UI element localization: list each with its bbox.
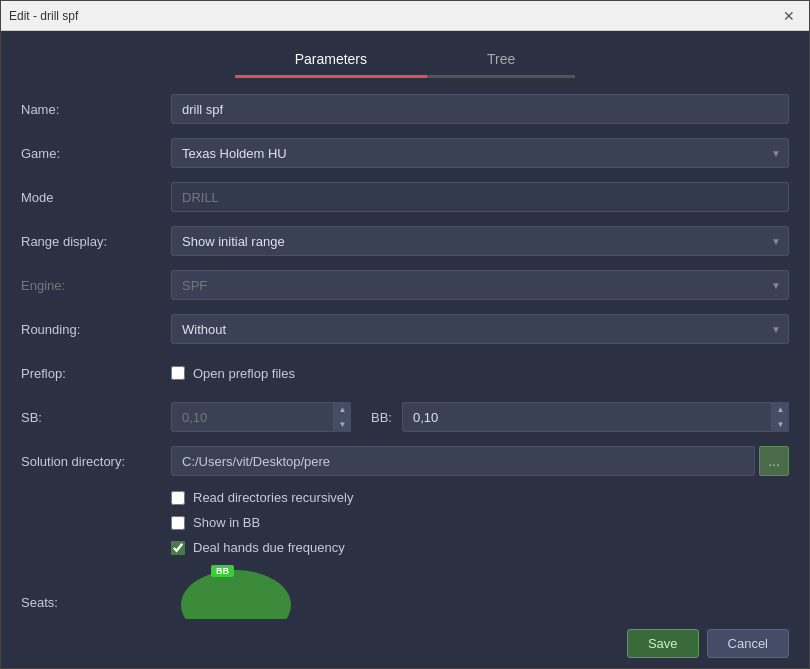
bb-input-wrapper: ▲ ▼ — [402, 402, 789, 432]
show-in-bb-row: Show in BB — [21, 515, 789, 530]
form-content: Name: Game: Texas Holdem HU Mode Range d… — [1, 78, 809, 619]
tabs-row: Parameters Tree — [1, 31, 809, 78]
game-label: Game: — [21, 146, 171, 161]
main-window: Edit - drill spf ✕ Parameters Tree Name:… — [0, 0, 810, 669]
read-dirs-label: Read directories recursively — [193, 490, 353, 505]
table-ellipse — [181, 570, 291, 619]
engine-select-wrapper: SPF — [171, 270, 789, 300]
table-visual: BB SB — [171, 565, 301, 619]
preflop-checkbox-group: Open preflop files — [171, 366, 295, 381]
window-title: Edit - drill spf — [9, 9, 777, 23]
mode-input — [171, 182, 789, 212]
bb-group: BB: ▲ ▼ — [371, 402, 789, 432]
bb-spin-down[interactable]: ▼ — [772, 417, 789, 432]
engine-label: Engine: — [21, 278, 171, 293]
name-row: Name: — [21, 94, 789, 124]
seats-label: Seats: — [21, 565, 171, 610]
range-display-select[interactable]: Show initial range — [171, 226, 789, 256]
engine-row: Engine: SPF — [21, 270, 789, 300]
solution-directory-row: Solution directory: ... — [21, 446, 789, 476]
engine-select[interactable]: SPF — [171, 270, 789, 300]
game-row: Game: Texas Holdem HU — [21, 138, 789, 168]
game-select[interactable]: Texas Holdem HU — [171, 138, 789, 168]
game-select-wrapper: Texas Holdem HU — [171, 138, 789, 168]
sb-input[interactable] — [171, 402, 351, 432]
solution-directory-label: Solution directory: — [21, 454, 171, 469]
bb-spin-up[interactable]: ▲ — [772, 402, 789, 417]
preflop-label: Preflop: — [21, 366, 171, 381]
title-bar: Edit - drill spf ✕ — [1, 1, 809, 31]
sb-spinners: ▲ ▼ — [333, 402, 351, 432]
rounding-row: Rounding: Without — [21, 314, 789, 344]
range-display-row: Range display: Show initial range — [21, 226, 789, 256]
show-in-bb-label: Show in BB — [193, 515, 260, 530]
deal-hands-checkbox[interactable] — [171, 541, 185, 555]
sb-label: SB: — [21, 410, 171, 425]
sb-spin-up[interactable]: ▲ — [334, 402, 351, 417]
name-input[interactable] — [171, 94, 789, 124]
name-label: Name: — [21, 102, 171, 117]
browse-button[interactable]: ... — [759, 446, 789, 476]
sb-spin-down[interactable]: ▼ — [334, 417, 351, 432]
seats-row: Seats: BB SB — [21, 565, 789, 619]
mode-row: Mode — [21, 182, 789, 212]
solution-directory-input[interactable] — [171, 446, 755, 476]
deal-hands-row: Deal hands due frequency — [21, 540, 789, 555]
rounding-label: Rounding: — [21, 322, 171, 337]
close-button[interactable]: ✕ — [777, 4, 801, 28]
show-in-bb-checkbox[interactable] — [171, 516, 185, 530]
bb-spinners: ▲ ▼ — [771, 402, 789, 432]
seat-bb-badge[interactable]: BB — [211, 565, 234, 577]
sb-bb-row: SB: ▲ ▼ BB: ▲ ▼ — [21, 402, 789, 432]
tab-parameters[interactable]: Parameters — [235, 43, 427, 78]
preflop-checkbox-label: Open preflop files — [193, 366, 295, 381]
save-button[interactable]: Save — [627, 629, 699, 658]
preflop-row: Preflop: Open preflop files — [21, 358, 789, 388]
preflop-checkbox[interactable] — [171, 366, 185, 380]
deal-hands-label: Deal hands due frequency — [193, 540, 345, 555]
read-dirs-checkbox[interactable] — [171, 491, 185, 505]
range-display-select-wrapper: Show initial range — [171, 226, 789, 256]
tab-tree[interactable]: Tree — [427, 43, 575, 78]
bb-label: BB: — [371, 410, 392, 425]
sb-input-wrapper: ▲ ▼ — [171, 402, 351, 432]
footer: Save Cancel — [1, 619, 809, 668]
cancel-button[interactable]: Cancel — [707, 629, 789, 658]
read-dirs-row: Read directories recursively — [21, 490, 789, 505]
range-display-label: Range display: — [21, 234, 171, 249]
rounding-select-wrapper: Without — [171, 314, 789, 344]
mode-label: Mode — [21, 190, 171, 205]
bb-input[interactable] — [402, 402, 789, 432]
rounding-select[interactable]: Without — [171, 314, 789, 344]
